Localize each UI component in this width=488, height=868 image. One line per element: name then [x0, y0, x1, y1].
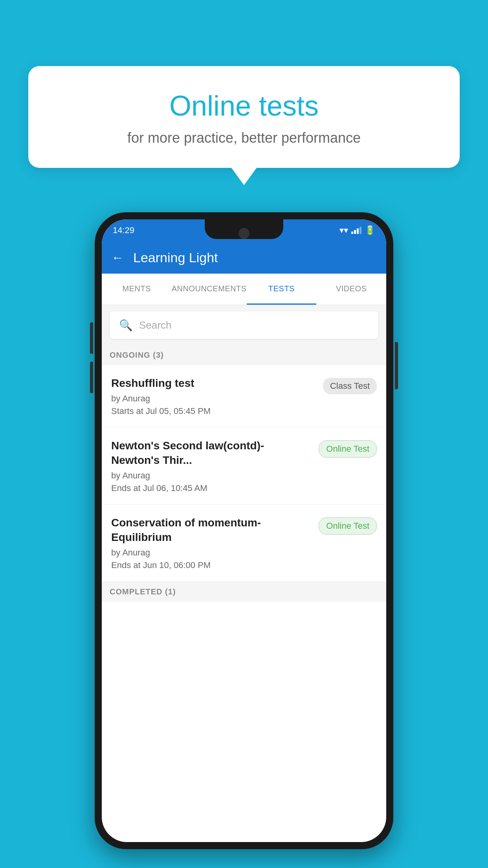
app-bar: ← Learning Light: [102, 241, 386, 274]
back-button[interactable]: ←: [111, 250, 124, 265]
test-by-3: by Anurag: [111, 548, 312, 558]
phone-screen: 14:29 ▾▾ 🔋 ← Learning Light: [102, 219, 386, 842]
phone-button-vol-up: [90, 322, 93, 354]
test-list: Reshuffling test by Anurag Starts at Jul…: [102, 365, 386, 582]
test-title-2: Newton's Second law(contd)-Newton's Thir…: [111, 439, 312, 467]
completed-section-label: COMPLETED (1): [102, 582, 386, 602]
search-container: 🔍 Search: [102, 305, 386, 345]
phone-frame: 14:29 ▾▾ 🔋 ← Learning Light: [95, 212, 393, 849]
signal-bar-1: [351, 232, 353, 234]
test-item-conservation[interactable]: Conservation of momentum-Equilibrium by …: [102, 505, 386, 582]
signal-bars: [351, 227, 361, 234]
app-bar-title: Learning Light: [133, 250, 218, 265]
test-by-2: by Anurag: [111, 471, 312, 481]
search-bar[interactable]: 🔍 Search: [110, 311, 378, 339]
test-info-3: Conservation of momentum-Equilibrium by …: [111, 516, 319, 570]
test-badge-3: Online Test: [319, 517, 377, 535]
test-title-1: Reshuffling test: [111, 376, 317, 390]
background: Online tests for more practice, better p…: [0, 0, 488, 868]
speech-bubble: Online tests for more practice, better p…: [28, 66, 460, 168]
bubble-subtitle: for more practice, better performance: [48, 130, 440, 146]
test-date-2: Ends at Jul 06, 10:45 AM: [111, 483, 312, 493]
signal-bar-3: [357, 228, 359, 234]
test-date-1: Starts at Jul 05, 05:45 PM: [111, 406, 317, 416]
bubble-title: Online tests: [48, 90, 440, 122]
phone-notch: [205, 219, 283, 239]
test-info-2: Newton's Second law(contd)-Newton's Thir…: [111, 439, 319, 493]
phone-button-power: [395, 342, 398, 389]
phone-button-vol-down: [90, 362, 93, 393]
tab-ments[interactable]: MENTS: [102, 274, 172, 305]
test-title-3: Conservation of momentum-Equilibrium: [111, 516, 312, 544]
wifi-icon: ▾▾: [339, 225, 348, 235]
test-badge-1: Class Test: [323, 378, 377, 394]
tab-tests[interactable]: TESTS: [247, 274, 317, 305]
signal-bar-2: [354, 230, 356, 234]
tab-announcements[interactable]: ANNOUNCEMENTS: [172, 274, 247, 305]
battery-icon: 🔋: [365, 225, 375, 235]
status-icons: ▾▾ 🔋: [339, 225, 375, 235]
phone-camera: [238, 228, 250, 239]
test-item-newton[interactable]: Newton's Second law(contd)-Newton's Thir…: [102, 428, 386, 505]
test-date-3: Ends at Jun 10, 06:00 PM: [111, 560, 312, 570]
status-time: 14:29: [113, 225, 134, 235]
search-placeholder: Search: [139, 319, 171, 331]
tab-videos[interactable]: VIDEOS: [316, 274, 386, 305]
ongoing-section-label: ONGOING (3): [102, 345, 386, 365]
tabs-bar: MENTS ANNOUNCEMENTS TESTS VIDEOS: [102, 274, 386, 305]
test-badge-2: Online Test: [319, 440, 377, 458]
signal-bar-4: [360, 227, 361, 234]
test-by-1: by Anurag: [111, 394, 317, 404]
search-icon: 🔍: [119, 319, 133, 332]
test-info-1: Reshuffling test by Anurag Starts at Jul…: [111, 376, 323, 416]
test-item-reshuffling[interactable]: Reshuffling test by Anurag Starts at Jul…: [102, 365, 386, 428]
